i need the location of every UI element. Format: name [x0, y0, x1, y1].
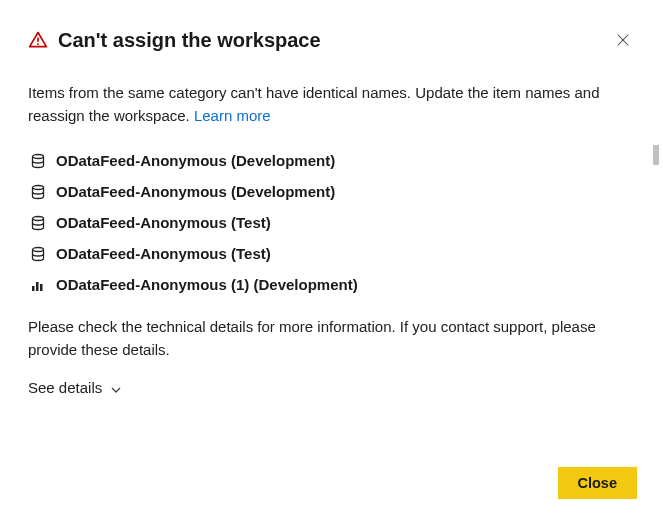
- conflict-item-label: ODataFeed-Anonymous (1) (Development): [56, 276, 358, 293]
- technical-note: Please check the technical details for m…: [28, 316, 635, 361]
- svg-point-4: [33, 154, 44, 158]
- conflict-item-label: ODataFeed-Anonymous (Development): [56, 152, 335, 169]
- report-icon: [30, 277, 46, 293]
- see-details-toggle[interactable]: See details: [28, 379, 122, 396]
- conflict-item: ODataFeed-Anonymous (Development): [28, 145, 635, 176]
- conflict-item: ODataFeed-Anonymous (Test): [28, 207, 635, 238]
- error-dialog: Can't assign the workspace Items from th…: [0, 0, 663, 397]
- dataset-icon: [30, 215, 46, 231]
- chevron-down-icon: [110, 382, 122, 394]
- dialog-title: Can't assign the workspace: [58, 29, 601, 52]
- dataset-icon: [30, 153, 46, 169]
- dialog-header: Can't assign the workspace: [28, 28, 635, 52]
- dialog-footer: Close: [558, 467, 638, 499]
- svg-point-7: [33, 247, 44, 251]
- dataset-icon: [30, 184, 46, 200]
- conflict-item: ODataFeed-Anonymous (Test): [28, 238, 635, 269]
- message-text: Items from the same category can't have …: [28, 84, 600, 124]
- conflict-item: ODataFeed-Anonymous (1) (Development): [28, 269, 635, 300]
- conflict-item-label: ODataFeed-Anonymous (Test): [56, 214, 271, 231]
- see-details-label: See details: [28, 379, 102, 396]
- conflict-list-scrollarea: ODataFeed-Anonymous (Development)ODataFe…: [28, 145, 635, 300]
- close-button[interactable]: Close: [558, 467, 638, 499]
- svg-point-5: [33, 185, 44, 189]
- close-icon[interactable]: [611, 28, 635, 52]
- learn-more-link[interactable]: Learn more: [194, 107, 271, 124]
- svg-rect-8: [32, 286, 35, 291]
- warning-icon: [28, 30, 48, 50]
- dialog-message: Items from the same category can't have …: [28, 82, 635, 127]
- svg-point-1: [37, 43, 39, 45]
- conflict-item: ODataFeed-Anonymous (Development): [28, 176, 635, 207]
- svg-rect-10: [40, 284, 43, 291]
- svg-point-6: [33, 216, 44, 220]
- conflict-list: ODataFeed-Anonymous (Development)ODataFe…: [28, 145, 635, 300]
- conflict-item-label: ODataFeed-Anonymous (Test): [56, 245, 271, 262]
- conflict-item-label: ODataFeed-Anonymous (Development): [56, 183, 335, 200]
- svg-rect-9: [36, 282, 39, 291]
- dataset-icon: [30, 246, 46, 262]
- scrollbar-thumb[interactable]: [653, 145, 659, 165]
